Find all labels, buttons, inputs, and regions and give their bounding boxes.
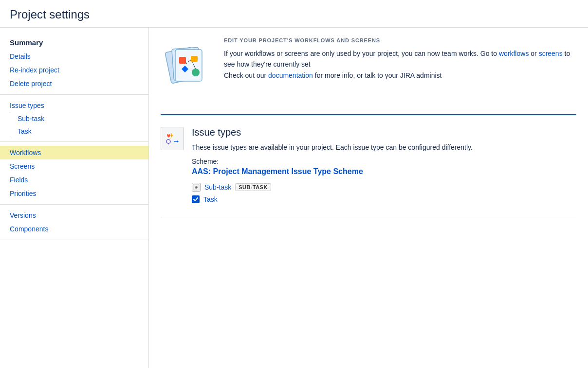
page-header: Project settings xyxy=(0,0,588,28)
sidebar-item-details[interactable]: Details xyxy=(0,50,148,63)
svg-marker-10 xyxy=(170,133,173,139)
issue-types-icon xyxy=(161,127,184,150)
sidebar-divider-4 xyxy=(0,240,148,240)
task-checkbox[interactable] xyxy=(192,195,200,203)
workflow-text-or: or xyxy=(531,50,538,57)
sidebar-heading-summary: Summary xyxy=(0,35,148,50)
workflow-text-p2: team works. Go to xyxy=(441,50,498,57)
issue-types-body: Issue types These issue types are availa… xyxy=(192,127,473,207)
svg-marker-14 xyxy=(177,140,179,142)
sidebar-item-fields[interactable]: Fields xyxy=(0,173,148,187)
page-title: Project settings xyxy=(10,8,578,21)
workflow-link-docs[interactable]: documentation xyxy=(268,71,313,79)
sidebar-divider-2 xyxy=(0,141,148,142)
sidebar-divider-3 xyxy=(0,204,148,205)
task-link[interactable]: Task xyxy=(203,195,218,203)
sidebar-item-task[interactable]: Task xyxy=(0,125,148,138)
workflow-text-p5: for more info, or talk to your JIRA admi… xyxy=(315,71,442,79)
sidebar-item-versions[interactable]: Versions xyxy=(0,209,148,222)
scheme-label: Scheme: xyxy=(192,158,473,165)
issue-types-section: Issue types These issue types are availa… xyxy=(161,127,576,207)
sidebar-item-components[interactable]: Components xyxy=(0,222,148,236)
main-content: EDIT YOUR PROJECT'S WORKFLOWS AND SCREEN… xyxy=(149,28,588,368)
svg-text:⊕: ⊕ xyxy=(195,185,198,190)
workflow-banner-heading: EDIT YOUR PROJECT'S WORKFLOWS AND SCREEN… xyxy=(224,37,576,43)
workflow-banner-body: If your workflows or screens are only us… xyxy=(224,48,576,81)
workflow-link-workflows[interactable]: workflows xyxy=(499,50,529,57)
sidebar-versions-section: Versions Components xyxy=(0,209,148,236)
sidebar-item-reindex[interactable]: Re-index project xyxy=(0,63,148,77)
sidebar-summary-section: Summary Details Re-index project Delete … xyxy=(0,35,148,90)
issue-type-item-subtask: ⊕ Sub-task SUB-TASK xyxy=(192,183,473,192)
section-bottom-divider xyxy=(161,217,576,217)
issue-types-title: Issue types xyxy=(192,127,473,138)
subtask-link[interactable]: Sub-task xyxy=(204,183,231,191)
sidebar-item-sub-task[interactable]: Sub-task xyxy=(0,112,148,125)
sidebar-item-delete[interactable]: Delete project xyxy=(0,77,148,90)
sidebar-item-priorities[interactable]: Priorities xyxy=(0,187,148,200)
scheme-link[interactable]: AAS: Project Management Issue Type Schem… xyxy=(192,167,363,175)
workflow-icon xyxy=(161,37,214,91)
sidebar-item-issue-types[interactable]: Issue types xyxy=(0,99,148,112)
svg-rect-4 xyxy=(179,57,186,64)
sidebar-workflow-section: Workflows Screens Fields Priorities xyxy=(0,146,148,200)
workflow-text-p1: If your workflows or screens are only us… xyxy=(224,50,441,57)
subtask-icon: ⊕ xyxy=(192,183,201,192)
workflow-text: EDIT YOUR PROJECT'S WORKFLOWS AND SCREEN… xyxy=(224,37,576,81)
svg-point-6 xyxy=(192,69,200,76)
issue-type-list: ⊕ Sub-task SUB-TASK Task xyxy=(192,183,473,203)
sidebar-item-screens[interactable]: Screens xyxy=(0,159,148,173)
blue-divider xyxy=(161,114,576,115)
sidebar-divider-1 xyxy=(0,94,148,95)
issue-types-description: These issue types are available in your … xyxy=(192,142,473,153)
layout: Summary Details Re-index project Delete … xyxy=(0,28,588,368)
subtask-badge: SUB-TASK xyxy=(235,183,271,191)
sidebar-issue-types-section: Issue types Sub-task Task xyxy=(0,99,148,138)
svg-point-11 xyxy=(166,140,170,143)
workflow-banner: EDIT YOUR PROJECT'S WORKFLOWS AND SCREEN… xyxy=(161,37,576,103)
workflow-link-screens[interactable]: screens xyxy=(539,50,563,57)
svg-rect-3 xyxy=(175,50,202,81)
issue-type-item-task: Task xyxy=(192,195,473,203)
sidebar-item-workflows[interactable]: Workflows xyxy=(0,146,148,159)
sidebar: Summary Details Re-index project Delete … xyxy=(0,28,149,368)
